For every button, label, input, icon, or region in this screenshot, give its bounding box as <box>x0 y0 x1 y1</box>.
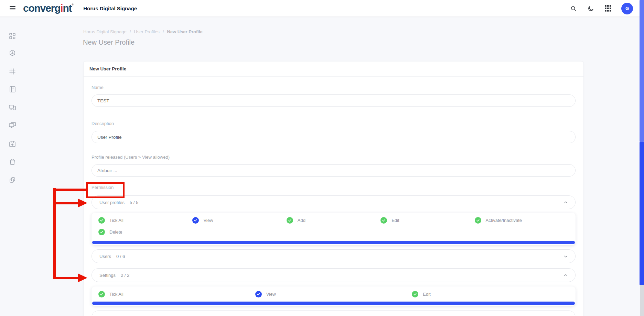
annotation-arrow-settings <box>53 277 78 279</box>
accordion-count: 0 / 6 <box>116 254 125 259</box>
breadcrumb-item-user-profiles[interactable]: User Profiles <box>134 29 159 34</box>
permission-tick-all[interactable]: Tick All <box>98 214 192 226</box>
checked-checkbox-icon <box>98 229 105 235</box>
accordion-label: Settings <box>99 273 116 278</box>
name-field-label: Name <box>92 85 576 90</box>
user-avatar[interactable]: G <box>621 3 633 14</box>
accordion-label: Users <box>99 254 111 259</box>
checked-checkbox-icon <box>255 291 262 297</box>
top-navbar: convergint® Horus Digital Signage G <box>0 0 644 17</box>
panel-progress-bar <box>92 302 575 305</box>
convergint-logo: convergint® <box>23 3 74 13</box>
frame-icon[interactable] <box>8 67 17 76</box>
chevron-down-icon <box>563 254 568 260</box>
checked-checkbox-icon <box>475 217 481 224</box>
breadcrumb-separator: / <box>130 29 131 34</box>
logo-text-end: nt <box>63 2 72 14</box>
pages-icon[interactable] <box>8 176 17 184</box>
breadcrumb-item-current: New User Profile <box>167 29 202 34</box>
left-sidebar <box>0 17 24 316</box>
accordion-count: 2 / 2 <box>121 273 129 278</box>
checked-checkbox-icon <box>412 291 418 297</box>
calendar-add-icon[interactable] <box>8 140 17 148</box>
accordion-label: User profiles <box>99 200 125 205</box>
accordion-settings[interactable]: Settings 2 / 2 <box>92 268 576 282</box>
checked-checkbox-icon <box>192 217 199 224</box>
checked-checkbox-icon <box>98 291 105 297</box>
checked-checkbox-icon <box>287 217 293 224</box>
logo-text: converg <box>23 2 60 14</box>
scrollbar-track[interactable] <box>640 285 644 316</box>
breadcrumb-separator: / <box>163 29 164 34</box>
new-user-profile-card: New User Profile Name Description Profil… <box>83 61 584 316</box>
name-input[interactable] <box>92 94 576 107</box>
search-icon[interactable] <box>570 5 577 12</box>
permission-edit[interactable]: Edit <box>380 214 474 226</box>
settings-permissions-panel: Tick All View Edit <box>92 286 576 306</box>
accordion-user-profiles[interactable]: User profiles 5 / 5 <box>92 195 576 209</box>
page-title: New User Profile <box>83 38 135 46</box>
dark-mode-moon-icon[interactable] <box>587 5 594 12</box>
dashboard-icon[interactable] <box>8 32 17 40</box>
trash-icon[interactable] <box>8 158 17 166</box>
registered-mark: ® <box>72 3 74 6</box>
permission-tick-all[interactable]: Tick All <box>98 288 255 300</box>
permission-delete[interactable]: Delete <box>98 226 192 238</box>
apps-grid-icon[interactable] <box>604 5 612 12</box>
accordion-next-partial[interactable] <box>92 311 576 316</box>
user-profiles-permissions-panel: Tick All View Add Edit Activate/Inactiva… <box>92 213 576 245</box>
profile-released-field-label: Profile released (Users > View allowed) <box>92 155 576 160</box>
panel-progress-bar <box>92 241 575 244</box>
annotation-arrowhead-icon <box>78 199 87 207</box>
app-title: Horus Digital Signage <box>83 5 137 11</box>
permission-activate-inactivate[interactable]: Activate/Inactivate <box>475 214 569 226</box>
accordion-users[interactable]: Users 0 / 6 <box>92 249 576 263</box>
annotation-box-permission <box>86 182 125 198</box>
permission-add[interactable]: Add <box>287 214 380 226</box>
permission-edit[interactable]: Edit <box>412 288 569 300</box>
scrollbar-segment-top[interactable] <box>640 0 644 142</box>
description-input[interactable] <box>92 131 576 143</box>
annotation-connector-line <box>53 189 86 191</box>
permission-section-label: Permission <box>92 185 576 190</box>
permission-view[interactable]: View <box>192 214 286 226</box>
scrollbar-thumb[interactable] <box>640 142 644 285</box>
accordion-count: 5 / 5 <box>130 200 138 205</box>
annotation-arrow-user-profiles <box>53 202 78 204</box>
journal-icon[interactable] <box>8 85 17 93</box>
page-scrollbar[interactable] <box>640 0 644 316</box>
checked-checkbox-icon <box>98 217 105 224</box>
card-title: New User Profile <box>84 61 583 77</box>
displays-icon[interactable] <box>8 121 17 129</box>
checked-checkbox-icon <box>380 217 387 224</box>
breadcrumb: Horus Digital Signage / User Profiles / … <box>83 29 203 34</box>
description-field-label: Description <box>92 121 576 126</box>
chevron-up-icon <box>563 273 568 279</box>
breadcrumb-item-home[interactable]: Horus Digital Signage <box>83 29 127 34</box>
devices-icon[interactable] <box>8 103 17 111</box>
annotation-arrowhead-icon <box>78 273 87 282</box>
chevron-up-icon <box>563 200 568 206</box>
profile-released-input[interactable] <box>92 164 576 177</box>
menu-icon[interactable] <box>10 6 15 10</box>
permission-view[interactable]: View <box>255 288 412 300</box>
hexagon-asset-icon[interactable] <box>8 49 17 57</box>
